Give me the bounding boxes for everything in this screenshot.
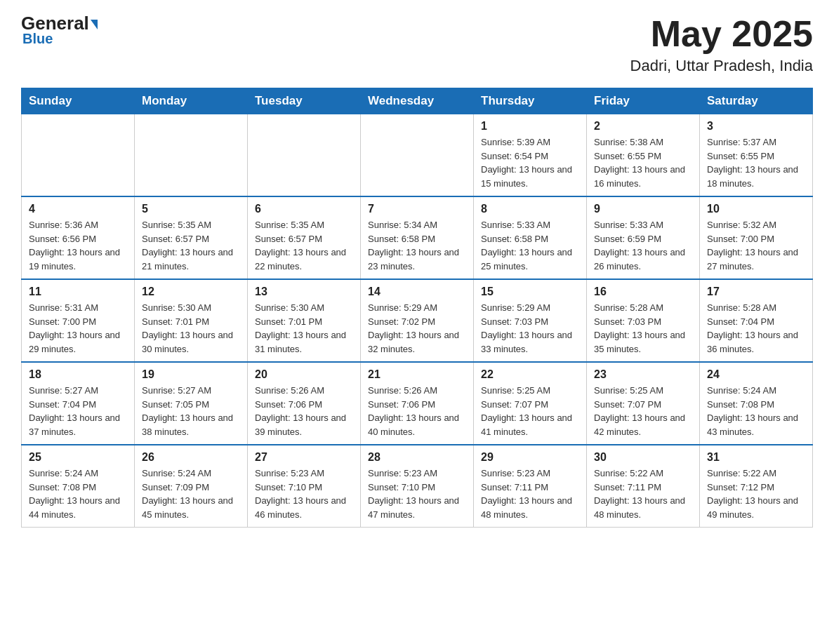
day-info: Sunrise: 5:23 AM Sunset: 7:10 PM Dayligh… [255,467,353,521]
day-info: Sunrise: 5:31 AM Sunset: 7:00 PM Dayligh… [29,301,127,356]
calendar-cell: 10Sunrise: 5:32 AM Sunset: 7:00 PM Dayli… [700,196,813,279]
calendar-cell [135,114,248,197]
day-number: 5 [142,203,240,215]
calendar-cell: 31Sunrise: 5:22 AM Sunset: 7:12 PM Dayli… [700,445,813,528]
day-number: 19 [142,368,240,381]
calendar-cell: 21Sunrise: 5:26 AM Sunset: 7:06 PM Dayli… [361,362,474,445]
day-info: Sunrise: 5:28 AM Sunset: 7:04 PM Dayligh… [707,301,805,356]
weekday-header-tuesday: Tuesday [248,88,361,114]
weekday-header-thursday: Thursday [474,88,587,114]
day-number: 12 [142,286,240,298]
day-info: Sunrise: 5:38 AM Sunset: 6:55 PM Dayligh… [594,135,692,190]
title-area: May 2025 Dadri, Uttar Pradesh, India [630,14,813,75]
weekday-header-wednesday: Wednesday [361,88,474,114]
day-number: 13 [255,286,353,298]
day-number: 14 [368,286,466,298]
day-number: 9 [594,203,692,215]
weekday-header-friday: Friday [587,88,700,114]
weekday-header-monday: Monday [135,88,248,114]
calendar-cell: 25Sunrise: 5:24 AM Sunset: 7:08 PM Dayli… [22,445,135,528]
day-info: Sunrise: 5:34 AM Sunset: 6:58 PM Dayligh… [368,218,466,273]
day-info: Sunrise: 5:26 AM Sunset: 7:06 PM Dayligh… [368,384,466,438]
day-info: Sunrise: 5:24 AM Sunset: 7:08 PM Dayligh… [707,384,805,438]
calendar-cell [22,114,135,197]
calendar-cell: 9Sunrise: 5:33 AM Sunset: 6:59 PM Daylig… [587,196,700,279]
calendar-cell: 27Sunrise: 5:23 AM Sunset: 7:10 PM Dayli… [248,445,361,528]
day-number: 23 [594,368,692,381]
calendar-header-row: SundayMondayTuesdayWednesdayThursdayFrid… [22,88,813,114]
day-number: 8 [481,203,579,215]
day-info: Sunrise: 5:33 AM Sunset: 6:58 PM Dayligh… [481,218,579,273]
day-info: Sunrise: 5:35 AM Sunset: 6:57 PM Dayligh… [142,218,240,273]
calendar-cell: 23Sunrise: 5:25 AM Sunset: 7:07 PM Dayli… [587,362,700,445]
calendar-week-row: 18Sunrise: 5:27 AM Sunset: 7:04 PM Dayli… [22,362,813,445]
day-info: Sunrise: 5:30 AM Sunset: 7:01 PM Dayligh… [142,301,240,356]
calendar-table: SundayMondayTuesdayWednesdayThursdayFrid… [21,88,813,528]
day-info: Sunrise: 5:28 AM Sunset: 7:03 PM Dayligh… [594,301,692,356]
day-info: Sunrise: 5:33 AM Sunset: 6:59 PM Dayligh… [594,218,692,273]
calendar-cell: 2Sunrise: 5:38 AM Sunset: 6:55 PM Daylig… [587,114,700,197]
day-number: 3 [707,120,805,133]
calendar-cell: 28Sunrise: 5:23 AM Sunset: 7:10 PM Dayli… [361,445,474,528]
calendar-cell: 29Sunrise: 5:23 AM Sunset: 7:11 PM Dayli… [474,445,587,528]
calendar-cell: 30Sunrise: 5:22 AM Sunset: 7:11 PM Dayli… [587,445,700,528]
day-number: 20 [255,368,353,381]
calendar-cell: 5Sunrise: 5:35 AM Sunset: 6:57 PM Daylig… [135,196,248,279]
day-info: Sunrise: 5:37 AM Sunset: 6:55 PM Dayligh… [707,135,805,190]
calendar-week-row: 11Sunrise: 5:31 AM Sunset: 7:00 PM Dayli… [22,279,813,362]
day-number: 17 [707,286,805,298]
day-number: 24 [707,368,805,381]
day-info: Sunrise: 5:22 AM Sunset: 7:11 PM Dayligh… [594,467,692,521]
day-info: Sunrise: 5:25 AM Sunset: 7:07 PM Dayligh… [481,384,579,438]
day-info: Sunrise: 5:23 AM Sunset: 7:11 PM Dayligh… [481,467,579,521]
calendar-cell: 3Sunrise: 5:37 AM Sunset: 6:55 PM Daylig… [700,114,813,197]
calendar-cell: 12Sunrise: 5:30 AM Sunset: 7:01 PM Dayli… [135,279,248,362]
day-number: 1 [481,120,579,133]
calendar-cell: 17Sunrise: 5:28 AM Sunset: 7:04 PM Dayli… [700,279,813,362]
calendar-cell: 16Sunrise: 5:28 AM Sunset: 7:03 PM Dayli… [587,279,700,362]
day-number: 6 [255,203,353,215]
day-number: 30 [594,451,692,464]
day-info: Sunrise: 5:24 AM Sunset: 7:09 PM Dayligh… [142,467,240,521]
day-info: Sunrise: 5:24 AM Sunset: 7:08 PM Dayligh… [29,467,127,521]
day-number: 27 [255,451,353,464]
day-number: 21 [368,368,466,381]
day-info: Sunrise: 5:29 AM Sunset: 7:02 PM Dayligh… [368,301,466,356]
day-number: 18 [29,368,127,381]
day-number: 7 [368,203,466,215]
location-title: Dadri, Uttar Pradesh, India [630,57,813,75]
calendar-cell: 15Sunrise: 5:29 AM Sunset: 7:03 PM Dayli… [474,279,587,362]
calendar-cell: 8Sunrise: 5:33 AM Sunset: 6:58 PM Daylig… [474,196,587,279]
calendar-cell: 24Sunrise: 5:24 AM Sunset: 7:08 PM Dayli… [700,362,813,445]
logo-blue: Blue [21,31,53,47]
logo: General Blue [21,14,98,47]
calendar-cell: 1Sunrise: 5:39 AM Sunset: 6:54 PM Daylig… [474,114,587,197]
logo-general: General [21,14,98,32]
day-number: 11 [29,286,127,298]
day-info: Sunrise: 5:26 AM Sunset: 7:06 PM Dayligh… [255,384,353,438]
calendar-cell [248,114,361,197]
day-info: Sunrise: 5:22 AM Sunset: 7:12 PM Dayligh… [707,467,805,521]
day-number: 4 [29,203,127,215]
calendar-cell: 13Sunrise: 5:30 AM Sunset: 7:01 PM Dayli… [248,279,361,362]
day-number: 26 [142,451,240,464]
weekday-header-saturday: Saturday [700,88,813,114]
day-info: Sunrise: 5:23 AM Sunset: 7:10 PM Dayligh… [368,467,466,521]
day-info: Sunrise: 5:25 AM Sunset: 7:07 PM Dayligh… [594,384,692,438]
calendar-cell: 7Sunrise: 5:34 AM Sunset: 6:58 PM Daylig… [361,196,474,279]
day-info: Sunrise: 5:29 AM Sunset: 7:03 PM Dayligh… [481,301,579,356]
day-number: 31 [707,451,805,464]
calendar-cell: 4Sunrise: 5:36 AM Sunset: 6:56 PM Daylig… [22,196,135,279]
calendar-cell [361,114,474,197]
calendar-cell: 14Sunrise: 5:29 AM Sunset: 7:02 PM Dayli… [361,279,474,362]
day-info: Sunrise: 5:32 AM Sunset: 7:00 PM Dayligh… [707,218,805,273]
calendar-week-row: 25Sunrise: 5:24 AM Sunset: 7:08 PM Dayli… [22,445,813,528]
day-info: Sunrise: 5:35 AM Sunset: 6:57 PM Dayligh… [255,218,353,273]
day-number: 25 [29,451,127,464]
day-number: 2 [594,120,692,133]
day-number: 29 [481,451,579,464]
day-number: 15 [481,286,579,298]
calendar-cell: 22Sunrise: 5:25 AM Sunset: 7:07 PM Dayli… [474,362,587,445]
day-info: Sunrise: 5:27 AM Sunset: 7:05 PM Dayligh… [142,384,240,438]
calendar-cell: 18Sunrise: 5:27 AM Sunset: 7:04 PM Dayli… [22,362,135,445]
